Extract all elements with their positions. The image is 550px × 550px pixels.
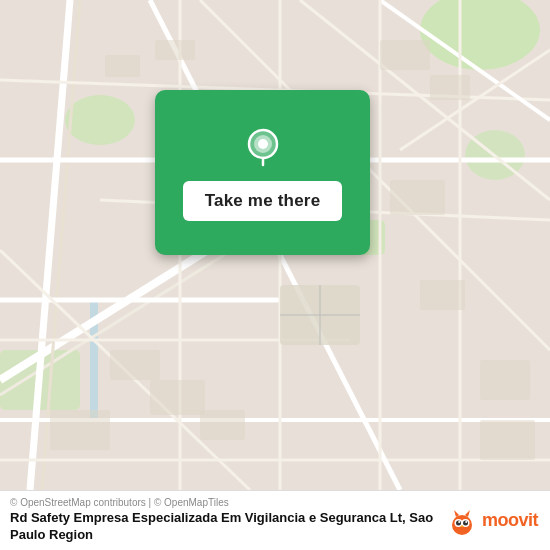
- svg-point-56: [465, 521, 467, 523]
- svg-rect-41: [480, 360, 530, 400]
- svg-rect-31: [105, 55, 140, 77]
- svg-point-55: [458, 521, 460, 523]
- moovit-logo: moovit: [446, 505, 538, 537]
- svg-rect-39: [150, 380, 205, 415]
- moovit-owl-icon: [446, 505, 478, 537]
- svg-rect-42: [480, 420, 535, 460]
- svg-point-53: [456, 520, 461, 525]
- location-card: Take me there: [155, 90, 370, 255]
- svg-point-54: [463, 520, 468, 525]
- svg-rect-32: [155, 40, 195, 60]
- moovit-brand-text: moovit: [482, 510, 538, 531]
- svg-rect-35: [390, 180, 445, 215]
- svg-point-2: [65, 95, 135, 145]
- svg-rect-33: [380, 40, 430, 70]
- map-attribution: © OpenStreetMap contributors | © OpenMap…: [10, 497, 436, 508]
- svg-rect-40: [200, 410, 245, 440]
- take-me-there-button[interactable]: Take me there: [183, 181, 343, 221]
- svg-rect-37: [110, 350, 160, 380]
- footer-text-block: © OpenStreetMap contributors | © OpenMap…: [10, 497, 446, 544]
- location-title: Rd Safety Empresa Especializada Em Vigil…: [10, 510, 436, 544]
- svg-rect-36: [420, 280, 465, 310]
- svg-point-45: [258, 139, 268, 149]
- map-pin-icon: [241, 125, 285, 169]
- map-container: Take me there: [0, 0, 550, 490]
- svg-rect-38: [50, 410, 110, 450]
- footer-bar: © OpenStreetMap contributors | © OpenMap…: [0, 490, 550, 550]
- svg-rect-34: [430, 75, 470, 100]
